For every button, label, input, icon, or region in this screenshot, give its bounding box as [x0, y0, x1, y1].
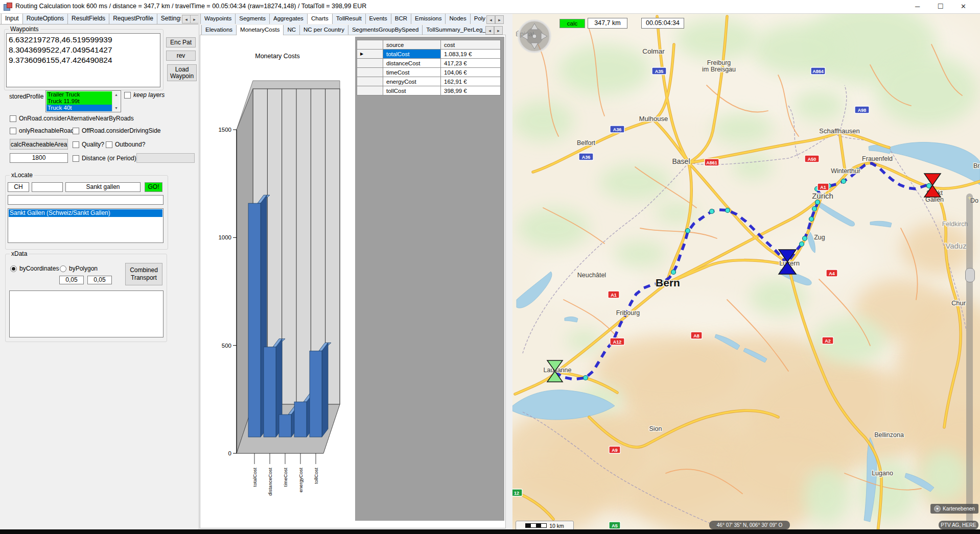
chevron-left-icon[interactable]: ◂: [486, 15, 495, 24]
xdata-textarea[interactable]: [9, 290, 164, 337]
map-calc-button[interactable]: calc: [559, 19, 585, 28]
mid-tabs-scroll-right[interactable]: ▸: [495, 15, 504, 24]
waypoints-input[interactable]: 6.6322197278,46.519599939 8.3043699522,4…: [6, 33, 160, 87]
chevron-left-icon[interactable]: ◂: [182, 15, 191, 23]
tab-emissions[interactable]: Emissions: [411, 14, 446, 24]
scroll-up-icon[interactable]: ▲: [112, 91, 120, 98]
chevron-left-icon[interactable]: ◂: [485, 26, 494, 35]
table-row[interactable]: tollCost398,99 €: [357, 86, 501, 95]
only-reachable-checkbox[interactable]: onlyReachableRoads: [10, 127, 77, 134]
map-canvas[interactable]: A35A864A98A36A36A861A50A1A1A4A12A8A2A9A5…: [512, 14, 980, 529]
mid-tabs-scroll-left[interactable]: ◂: [486, 15, 495, 24]
tab-events[interactable]: Events: [365, 14, 391, 24]
left-tabs-scroll-right[interactable]: ▸: [190, 15, 199, 23]
combined-transport-button[interactable]: Combined Transport: [125, 263, 162, 285]
map-compass[interactable]: [518, 19, 551, 53]
table-cell[interactable]: 1.083,19 €: [441, 50, 501, 59]
profile-list-scrollbar[interactable]: ▲ ▼: [112, 91, 120, 111]
xdata-field2[interactable]: 0,05: [87, 276, 112, 284]
checkbox-icon[interactable]: [73, 155, 79, 162]
zoom-in-icon[interactable]: +: [966, 193, 973, 203]
tab-nodes[interactable]: Nodes: [445, 14, 470, 24]
stored-profile-list[interactable]: Trailer TruckTruck 11.99tTruck 40t ▲ ▼: [45, 90, 121, 112]
checkbox-icon[interactable]: [10, 128, 16, 134]
profile-item[interactable]: Truck 11.99t: [46, 98, 113, 105]
map-distance-field[interactable]: 347,7 km: [588, 18, 627, 29]
enc-path-button[interactable]: Enc Pat: [166, 37, 196, 47]
tab-waypoints[interactable]: Waypoints: [200, 14, 236, 24]
period-input[interactable]: 1800: [10, 153, 68, 163]
chevron-right-icon[interactable]: ▸: [495, 15, 504, 24]
maximize-icon[interactable]: ☐: [929, 0, 952, 13]
xlocate-results-list[interactable]: Sankt Gallen (Schweiz/Sankt Gallen): [8, 208, 164, 243]
table-cell[interactable]: 162,91 €: [441, 77, 501, 86]
city-input[interactable]: Sankt gallen: [65, 182, 141, 192]
tab-routeoptions[interactable]: RouteOptions: [22, 14, 68, 24]
tab-charts[interactable]: Charts: [307, 14, 333, 24]
chevron-right-icon[interactable]: ▸: [494, 26, 503, 35]
offroad-checkbox[interactable]: OffRoad.considerDrivingSide: [73, 127, 161, 134]
tab-polyline[interactable]: Polyline: [470, 14, 485, 24]
outbound-checkbox[interactable]: Outbound?: [106, 141, 145, 148]
column-header-cost[interactable]: cost: [441, 40, 501, 50]
map-time-field[interactable]: 00.05:04:34: [641, 18, 684, 29]
checkbox-icon[interactable]: [106, 141, 112, 148]
subtab-segmentsgroupbyspeed[interactable]: SegmentsGroupBySpeed: [348, 25, 423, 35]
table-cell[interactable]: 417,23 €: [441, 59, 501, 68]
profile-item[interactable]: Truck 40t: [46, 105, 113, 111]
onroad-checkbox[interactable]: OnRoad.considerAlternativeNearByRoads: [10, 115, 134, 122]
table-row[interactable]: ▶totalCost1.083,19 €: [357, 50, 501, 59]
cost-table[interactable]: sourcecost▶totalCost1.083,19 €distanceCo…: [357, 40, 501, 95]
close-icon[interactable]: ✕: [952, 0, 975, 13]
xlocate-result-item[interactable]: Sankt Gallen (Schweiz/Sankt Gallen): [9, 209, 162, 217]
table-cell[interactable]: totalCost: [383, 50, 441, 59]
table-cell[interactable]: timeCost: [383, 68, 441, 77]
checkbox-icon[interactable]: [124, 92, 131, 99]
profile-item[interactable]: Trailer Truck: [46, 91, 113, 98]
checkbox-icon[interactable]: [73, 141, 79, 148]
table-cell[interactable]: 104,06 €: [441, 68, 501, 77]
by-coordinates-radio[interactable]: byCoordinates: [10, 265, 59, 272]
tab-resultfields[interactable]: ResultFields: [67, 14, 109, 24]
calc-reachable-area-button[interactable]: calcReacheableArea: [10, 139, 68, 150]
radio-icon[interactable]: [10, 265, 17, 272]
tab-aggregates[interactable]: Aggregates: [269, 14, 308, 24]
tab-input[interactable]: Input: [1, 14, 23, 24]
left-tabs-scroll-left[interactable]: ◂: [182, 15, 191, 23]
chevron-right-icon[interactable]: ▸: [190, 15, 199, 23]
minimize-icon[interactable]: ─: [906, 0, 929, 13]
checkbox-icon[interactable]: [73, 128, 79, 134]
subtab-tollsummary-perleg-countryco[interactable]: TollSummary_PerLeg_CountryCo: [422, 25, 485, 35]
checkbox-icon[interactable]: [10, 115, 16, 122]
keep-layers-checkbox[interactable]: keep layers: [124, 91, 165, 99]
table-row[interactable]: timeCost104,06 €: [357, 68, 501, 77]
sub-tabs-scroll-left[interactable]: ◂: [485, 26, 494, 35]
table-cell[interactable]: tollCost: [383, 86, 441, 95]
tab-segments[interactable]: Segments: [235, 14, 270, 24]
map-panel[interactable]: A35A864A98A36A36A861A50A1A1A4A12A8A2A9A5…: [512, 14, 980, 529]
map-layers-button[interactable]: ▾ Kartenebenen: [930, 504, 978, 514]
country-input[interactable]: CH: [8, 182, 29, 192]
distance-period-checkbox[interactable]: Distance (or Period): [73, 155, 136, 162]
table-row[interactable]: distanceCost417,23 €: [357, 59, 501, 68]
column-header-source[interactable]: source: [383, 40, 441, 50]
quality-checkbox[interactable]: Quality?: [73, 141, 104, 148]
xdata-field1[interactable]: 0,05: [59, 276, 84, 284]
reverse-button[interactable]: rev: [166, 51, 196, 61]
tab-requestprofile[interactable]: RequestProfile: [109, 14, 157, 24]
map-zoom-slider[interactable]: +: [966, 193, 973, 526]
xlocate-query-input[interactable]: [8, 195, 164, 205]
postcode-input[interactable]: [32, 182, 63, 192]
tab-bcr[interactable]: BCR: [391, 14, 411, 24]
go-button[interactable]: GO!: [145, 182, 162, 192]
radio-icon[interactable]: [60, 265, 66, 272]
subtab-monetarycosts[interactable]: MonetaryCosts: [236, 25, 284, 35]
table-cell[interactable]: energyCost: [383, 77, 441, 86]
sub-tabs-scroll-right[interactable]: ▸: [494, 26, 503, 35]
scroll-down-icon[interactable]: ▼: [112, 105, 120, 111]
load-waypoints-button[interactable]: Load Waypoin: [167, 64, 197, 81]
tab-settings[interactable]: Settings: [157, 14, 181, 24]
tab-tollresult[interactable]: TollResult: [332, 14, 366, 24]
table-cell[interactable]: distanceCost: [383, 59, 441, 68]
table-cell[interactable]: 398,99 €: [441, 86, 501, 95]
